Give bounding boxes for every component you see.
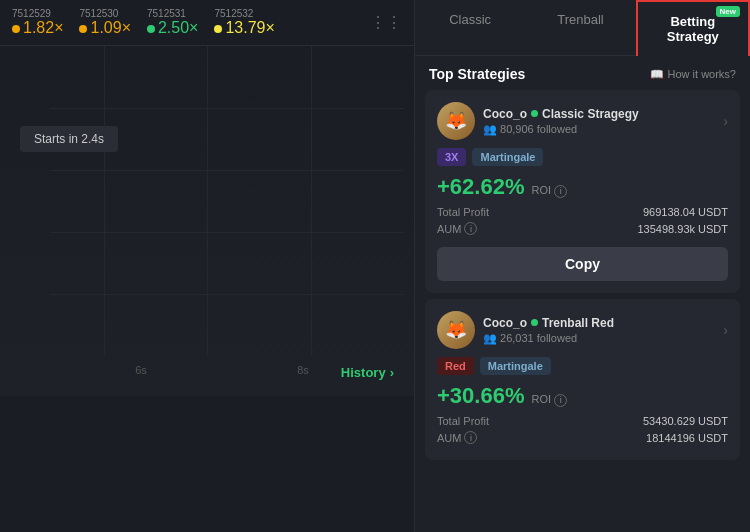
round-item: 75125291.82× [12,8,63,37]
strategies-list: 🦊 Coco_o Classic Stragegy 👥 80,906 follo… [415,90,750,460]
roi-value: +62.62% ROI i [437,174,728,200]
roi-value: +30.66% ROI i [437,383,728,409]
strategy-card: 🦊 Coco_o Classic Stragegy 👥 80,906 follo… [425,90,740,293]
aum-info-icon[interactable]: i [464,222,477,235]
round-item: 751253213.79× [214,8,274,37]
total-profit-value: 53430.629 USDT [643,415,728,427]
card-user-row: 🦊 Coco_o Classic Stragegy 👥 80,906 follo… [437,102,728,140]
tags-row: 3XMartingale [437,148,728,166]
chevron-right-icon: › [390,365,394,380]
round-mult: 1.82× [12,19,63,37]
round-mult: 2.50× [147,19,198,37]
grid-icon[interactable]: ⋮⋮ [370,13,402,32]
strategies-title: Top Strategies [429,66,525,82]
history-button[interactable]: History › [341,365,394,380]
tag-martingale: Martingale [472,148,543,166]
round-dot [12,25,20,33]
round-id: 7512530 [79,8,118,19]
avatar: 🦊 [437,102,475,140]
game-area: Starts in 2.4s 6s 8s History › [0,46,414,396]
total-profit-row: Total Profit 53430.629 USDT [437,415,728,427]
roi-label: ROI i [528,393,567,405]
game-header: 75125291.82×75125301.09×75125312.50×7512… [0,0,414,46]
username: Coco_o [483,107,527,121]
round-item: 75125301.09× [79,8,130,37]
tag-3x: 3X [437,148,466,166]
scroll-area[interactable]: Top Strategies 📖 How it works? 🦊 Coco_o … [415,56,750,532]
total-profit-label: Total Profit [437,415,489,427]
strategies-header: Top Strategies 📖 How it works? [415,56,750,90]
tab-classic[interactable]: Classic [415,0,525,55]
followers-row: 👥 26,031 followed [483,332,715,345]
strategy-name: Trenball Red [542,316,614,330]
roi-label: ROI i [528,184,567,196]
starts-badge: Starts in 2.4s [20,126,118,152]
avatar: 🦊 [437,311,475,349]
user-info: Coco_o Classic Stragegy 👥 80,906 followe… [483,107,715,136]
aum-value: 135498.93k USDT [638,223,729,235]
round-mult: 1.09× [79,19,130,37]
right-panel: ClassicTrenballBetting StrategyNew Top S… [415,0,750,532]
copy-button[interactable]: Copy [437,247,728,281]
total-profit-label: Total Profit [437,206,489,218]
card-user-row: 🦊 Coco_o Trenball Red 👥 26,031 followed … [437,311,728,349]
roi-info-icon[interactable]: i [554,185,567,198]
round-dot [214,25,222,33]
grid-line [104,46,105,356]
chart-grid [0,46,414,356]
left-panel: 75125291.82×75125301.09×75125312.50×7512… [0,0,415,532]
history-label: History [341,365,386,380]
round-mult: 13.79× [214,19,274,37]
axis-label-8s: 8s [297,364,309,376]
aum-info-icon[interactable]: i [464,431,477,444]
aum-row: AUM i 135498.93k USDT [437,222,728,235]
user-name-row: Coco_o Trenball Red [483,316,715,330]
aum-label: AUM i [437,431,477,444]
tag-martingale: Martingale [480,357,551,375]
round-id: 7512529 [12,8,51,19]
followers-row: 👥 80,906 followed [483,123,715,136]
tab-betting-strategy[interactable]: Betting StrategyNew [636,0,750,56]
grid-line [207,46,208,356]
chevron-right-icon[interactable]: › [723,322,728,338]
username: Coco_o [483,316,527,330]
grid-line [311,46,312,356]
new-badge: New [716,6,740,17]
aum-row: AUM i 18144196 USDT [437,431,728,444]
verified-icon [531,319,538,326]
aum-label: AUM i [437,222,477,235]
tag-red: Red [437,357,474,375]
book-icon: 📖 [650,68,664,81]
verified-icon [531,110,538,117]
how-it-works-label: How it works? [668,68,736,80]
strategy-card: 🦊 Coco_o Trenball Red 👥 26,031 followed … [425,299,740,460]
tabs-bar: ClassicTrenballBetting StrategyNew [415,0,750,56]
user-info: Coco_o Trenball Red 👥 26,031 followed [483,316,715,345]
tab-trenball[interactable]: Trenball [525,0,635,55]
round-dot [147,25,155,33]
round-id: 7512532 [214,8,253,19]
total-profit-row: Total Profit 969138.04 USDT [437,206,728,218]
aum-value: 18144196 USDT [646,432,728,444]
roi-info-icon[interactable]: i [554,394,567,407]
tags-row: RedMartingale [437,357,728,375]
strategy-name: Classic Stragegy [542,107,639,121]
round-id: 7512531 [147,8,186,19]
round-dot [79,25,87,33]
axis-label-6s: 6s [135,364,147,376]
total-profit-value: 969138.04 USDT [643,206,728,218]
chevron-right-icon[interactable]: › [723,113,728,129]
how-it-works-link[interactable]: 📖 How it works? [650,68,736,81]
round-item: 75125312.50× [147,8,198,37]
user-name-row: Coco_o Classic Stragegy [483,107,715,121]
